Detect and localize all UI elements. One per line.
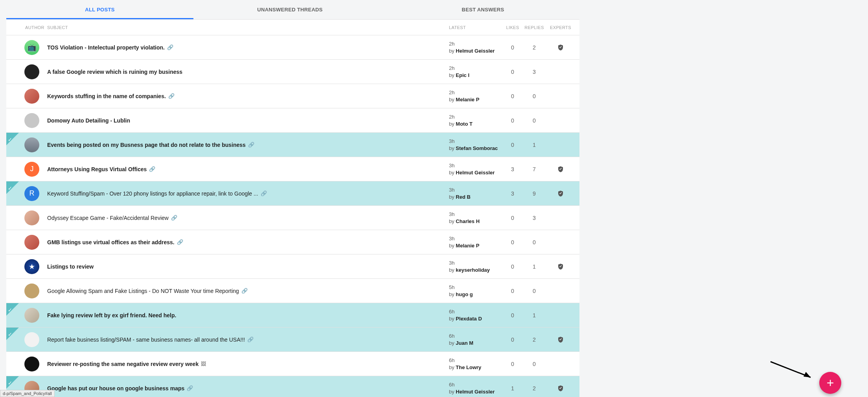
- thread-row[interactable]: ✓Google has put our house on google busi…: [6, 376, 579, 397]
- tab-best-answers[interactable]: BEST ANSWERS: [386, 0, 579, 19]
- col-header-replies: REPLIES: [524, 25, 545, 30]
- thread-row[interactable]: ✓Keywords stuffing in the name of compan…: [6, 84, 579, 108]
- latest-byline: by Stefan Somborac: [449, 145, 498, 151]
- avatar[interactable]: J: [24, 162, 39, 177]
- expert-shield-icon: [557, 336, 564, 344]
- experts-cell: [546, 44, 575, 51]
- replies-cell: 3: [524, 215, 545, 221]
- subject-cell[interactable]: TOS Violation - Intelectual property vio…: [47, 44, 449, 51]
- latest-author[interactable]: Epic I: [456, 72, 469, 78]
- subject-cell[interactable]: A false Google review which is ruining m…: [47, 69, 449, 75]
- avatar[interactable]: ★: [24, 259, 39, 274]
- subject-cell[interactable]: Listings to review: [47, 263, 449, 270]
- subject-text: Attorneys Using Regus Virtual Offices: [47, 166, 147, 172]
- latest-author[interactable]: Red B: [456, 194, 471, 200]
- thread-row[interactable]: ✓📺TOS Violation - Intelectual property v…: [6, 35, 579, 60]
- replies-cell: 0: [524, 239, 545, 245]
- latest-cell: 2hby Moto T: [449, 113, 503, 127]
- author-cell: ★: [6, 259, 47, 274]
- thread-row[interactable]: ✓GMB listings use virtual offices as the…: [6, 230, 579, 254]
- avatar[interactable]: [24, 89, 39, 104]
- subject-cell[interactable]: Report fake business listing/SPAM - same…: [47, 337, 449, 343]
- latest-time: 3h: [449, 211, 503, 218]
- avatar[interactable]: [24, 332, 39, 347]
- latest-cell: 3hby Charles H: [449, 211, 503, 225]
- latest-author[interactable]: Helmut Geissler: [456, 170, 495, 176]
- thread-row[interactable]: ✓Google Allowing Spam and Fake Listings …: [6, 279, 579, 303]
- link-icon: 🔗: [149, 166, 155, 172]
- subject-cell[interactable]: Events being posted on my Busness page t…: [47, 142, 449, 148]
- thread-row[interactable]: ✓Domowy Auto Detailing - Lublin2hby Moto…: [6, 108, 579, 133]
- latest-byline: by Melanie P: [449, 243, 479, 249]
- link-icon: 🔗: [187, 385, 193, 391]
- annotation-arrow: [770, 361, 817, 381]
- subject-cell[interactable]: Reviewer re-posting the same negative re…: [47, 361, 449, 367]
- author-cell: [6, 113, 47, 128]
- thread-row[interactable]: ✓Report fake business listing/SPAM - sam…: [6, 327, 579, 352]
- latest-byline: by Red B: [449, 194, 471, 200]
- latest-time: 3h: [449, 187, 503, 194]
- subject-text: Keyword Stuffing/Spam - Over 120 phony l…: [47, 190, 258, 197]
- link-icon: 🔗: [167, 44, 173, 50]
- latest-author[interactable]: Stefan Somborac: [456, 145, 498, 151]
- avatar[interactable]: [24, 284, 39, 298]
- avatar[interactable]: [24, 308, 39, 323]
- likes-cell: 0: [503, 288, 522, 294]
- avatar[interactable]: [24, 235, 39, 250]
- avatar[interactable]: [24, 64, 39, 79]
- tab-unanswered-threads[interactable]: UNANSWERED THREADS: [193, 0, 386, 19]
- subject-cell[interactable]: Keyword Stuffing/Spam - Over 120 phony l…: [47, 190, 449, 197]
- subject-text: Listings to review: [47, 263, 94, 270]
- subject-text: Google has put our house on google busin…: [47, 385, 184, 392]
- thread-row[interactable]: ✓RKeyword Stuffing/Spam - Over 120 phony…: [6, 181, 579, 206]
- latest-author[interactable]: Moto T: [456, 121, 473, 127]
- latest-cell: 2hby Epic I: [449, 65, 503, 79]
- latest-author[interactable]: Helmut Geissler: [456, 389, 495, 395]
- latest-author[interactable]: Juan M: [456, 340, 473, 346]
- avatar[interactable]: [24, 137, 39, 152]
- latest-author[interactable]: Melanie P: [456, 243, 479, 249]
- author-cell: [6, 308, 47, 323]
- replies-cell: 1: [524, 312, 545, 318]
- avatar[interactable]: [24, 210, 39, 225]
- expert-shield-icon: [557, 165, 564, 173]
- latest-cell: 6hby Juan M: [449, 333, 503, 346]
- replies-cell: 1: [524, 142, 545, 148]
- avatar[interactable]: [24, 357, 39, 371]
- latest-author[interactable]: keyserholiday: [456, 267, 490, 273]
- tab-all-posts[interactable]: ALL POSTS: [6, 0, 193, 19]
- replies-cell: 0: [524, 361, 545, 367]
- latest-author[interactable]: Plexdata D: [456, 316, 482, 322]
- subject-cell[interactable]: Attorneys Using Regus Virtual Offices🔗: [47, 166, 449, 172]
- latest-author[interactable]: The Lowry: [456, 364, 481, 370]
- avatar[interactable]: R: [24, 186, 39, 201]
- subject-cell[interactable]: Google has put our house on google busin…: [47, 385, 449, 392]
- latest-author[interactable]: Melanie P: [456, 97, 479, 102]
- latest-author[interactable]: Charles H: [456, 218, 480, 224]
- avatar[interactable]: 📺: [24, 40, 39, 55]
- link-icon: 🔗: [177, 239, 183, 245]
- subject-cell[interactable]: Domowy Auto Detailing - Lublin: [47, 117, 449, 124]
- thread-row[interactable]: ✓JAttorneys Using Regus Virtual Offices🔗…: [6, 157, 579, 181]
- thread-row[interactable]: ✓Events being posted on my Busness page …: [6, 133, 579, 157]
- latest-author[interactable]: hugo g: [456, 291, 473, 297]
- subject-text: Report fake business listing/SPAM - same…: [47, 337, 245, 343]
- avatar[interactable]: [24, 113, 39, 128]
- thread-row[interactable]: ✓Fake lying review left by ex girf frien…: [6, 303, 579, 327]
- latest-byline: by Helmut Geissler: [449, 389, 495, 395]
- subject-cell[interactable]: GMB listings use virtual offices as thei…: [47, 239, 449, 245]
- replies-cell: 2: [524, 385, 545, 392]
- subject-text: TOS Violation - Intelectual property vio…: [47, 44, 165, 51]
- latest-author[interactable]: Helmut Geissler: [456, 48, 495, 54]
- latest-byline: by Helmut Geissler: [449, 170, 495, 176]
- thread-row[interactable]: ✓★Listings to review3hby keyserholiday01: [6, 254, 579, 279]
- subject-cell[interactable]: Odyssey Escape Game - Fake/Accidental Re…: [47, 215, 449, 221]
- thread-row[interactable]: ✓Reviewer re-posting the same negative r…: [6, 352, 579, 376]
- thread-row[interactable]: ✓Odyssey Escape Game - Fake/Accidental R…: [6, 206, 579, 230]
- subject-cell[interactable]: Fake lying review left by ex girf friend…: [47, 312, 449, 318]
- thread-row[interactable]: ✓A false Google review which is ruining …: [6, 60, 579, 84]
- subject-cell[interactable]: Keywords stuffing in the name of compani…: [47, 93, 449, 99]
- new-post-fab[interactable]: +: [819, 372, 841, 394]
- link-icon: 🔗: [241, 288, 248, 294]
- subject-cell[interactable]: Google Allowing Spam and Fake Listings -…: [47, 288, 449, 294]
